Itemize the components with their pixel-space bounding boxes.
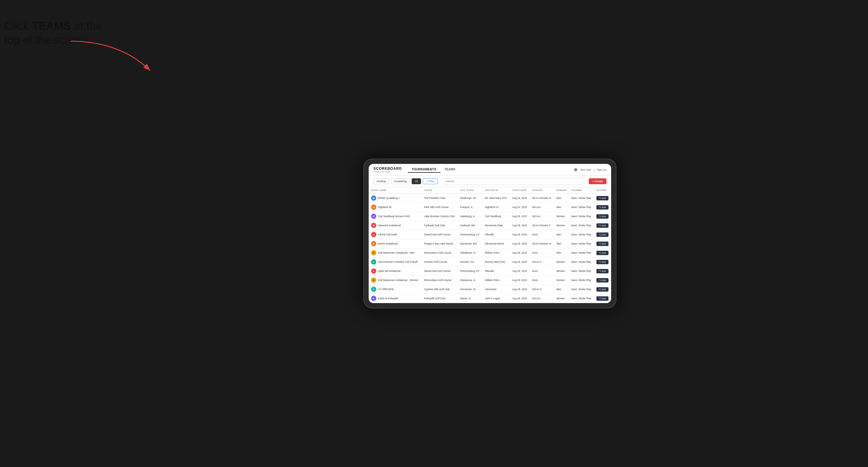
event-name: Klash at Kokopelli [378, 297, 398, 300]
division-cell: NAIA [530, 276, 554, 285]
edit-button[interactable]: ✎ Edit [596, 205, 609, 210]
division-cell: NAIA [530, 267, 554, 276]
hosted-by-cell: Pikeville [483, 230, 510, 239]
venue-cell: The Powelton Club [422, 194, 458, 203]
scoring-cell: team, Stroke Play [569, 203, 594, 212]
edit-button[interactable]: ✎ Edit [596, 196, 609, 200]
team-logo: F [371, 278, 376, 283]
header-right: Test User | Sign out [574, 168, 607, 172]
scoring-cell: team, Stroke Play [569, 239, 594, 248]
hosted-by-cell: John A Logan [483, 294, 510, 303]
division-cell: NCAA Division II [530, 221, 554, 230]
team-logo: u [371, 268, 376, 274]
actions-cell: ✎ Edit [594, 239, 611, 248]
main-nav: TOURNAMENTS TEAMS [408, 166, 574, 173]
col-venue: VENUE [422, 187, 458, 194]
actions-cell: ✎ Edit [594, 221, 611, 230]
edit-button[interactable]: ✎ Edit [596, 214, 609, 219]
edit-button[interactable]: ✎ Edit [596, 242, 609, 246]
event-name-cell: K Klash at Kokopelli [369, 294, 422, 303]
start-date-cell: Aug 28, 2023 [510, 276, 530, 285]
instruction-text: Click TEAMS at thetop of the screen. [4, 19, 102, 47]
event-name-cell: M Morris Invitational [369, 239, 422, 248]
hosted-by-cell: Carl Sandburg [483, 212, 510, 221]
edit-button[interactable]: ✎ Edit [596, 278, 609, 282]
team-logo: M [371, 241, 376, 246]
scoring-cell: team, Stroke Play [569, 257, 594, 267]
venue-cell: StoneCrest Golf Course [422, 267, 458, 276]
table-row: F Fall Statesmen Invitational - Men Edmu… [369, 248, 611, 257]
event-name-cell: V VU PREVIEW [369, 285, 422, 294]
team-logo: C [371, 214, 376, 219]
city-state-cell: Newburgh, NY [458, 194, 483, 203]
start-date-cell: Aug 28, 2023 [510, 221, 530, 230]
venue-cell: Faribault Golf Club [422, 221, 458, 230]
nav-tab-tournaments[interactable]: TOURNAMENTS [408, 166, 440, 173]
edit-button[interactable]: ✎ Edit [596, 232, 609, 237]
venue-cell: Lake Bracken Country Club [422, 212, 458, 221]
nav-tab-teams[interactable]: TEAMS [440, 166, 460, 173]
actions-cell: ✎ Edit [594, 257, 611, 267]
start-date-cell: Aug 28, 2023 [510, 239, 530, 248]
gender-cell: Men [554, 239, 569, 248]
scoring-cell: team, Stroke Play [569, 285, 594, 294]
col-division: DIVISION [530, 187, 554, 194]
gender-cell: Women [554, 257, 569, 267]
competing-filter-btn[interactable]: Competing [391, 178, 410, 184]
event-name-cell: 2 2023 Women's Hesston Fall Kickoff [369, 257, 422, 267]
event-name-cell: F Fall Statesmen Invitational - Men [369, 248, 422, 257]
team-logo: U [371, 232, 376, 237]
start-date-cell: Aug 28, 2023 [510, 248, 530, 257]
team-logo: V [371, 287, 376, 292]
hosted-by-cell: Minnesota-Morris [483, 239, 510, 248]
scoring-cell: team, Stroke Play [569, 267, 594, 276]
city-state-cell: Freeport, IL [458, 203, 483, 212]
edit-button[interactable]: ✎ Edit [596, 260, 609, 264]
edit-button[interactable]: ✎ Edit [596, 269, 609, 273]
sign-out-link[interactable]: Sign out [597, 168, 607, 171]
venue-cell: Ruttger's Bay Lake Resort [422, 239, 458, 248]
table-row: F Fall Statesmen Invitational - Women Ed… [369, 276, 611, 285]
col-scoring: SCORING [569, 187, 594, 194]
app-header: SCOREBOARD Powered by clippit TOURNAMENT… [369, 164, 611, 176]
table-row: H Highland 36 Park Hills Golf CourseFree… [369, 203, 611, 212]
scoring-cell: team, Stroke Play [569, 194, 594, 203]
event-name-cell: u upike fall invitational [369, 267, 422, 276]
table-header: EVENT NAME VENUE CITY, STATE HOSTED BY S… [369, 187, 611, 194]
app-logo-sub: Powered by clippit [373, 171, 402, 173]
event-name: upike fall invitational [378, 270, 400, 273]
header-separator: | [594, 168, 594, 171]
team-logo: M [371, 223, 376, 228]
search-input[interactable] [442, 178, 584, 185]
create-button[interactable]: + Create [589, 178, 607, 184]
col-city-state: CITY, STATE [458, 187, 483, 194]
filter-options-btn[interactable]: ≡ Filter [423, 178, 437, 184]
edit-button[interactable]: ✎ Edit [596, 296, 609, 301]
edit-button[interactable]: ✎ Edit [596, 223, 609, 228]
venue-cell: Park Hills Golf Course [422, 203, 458, 212]
edit-button[interactable]: ✎ Edit [596, 251, 609, 255]
division-cell: NICAA II [530, 285, 554, 294]
table-row: K Klash at Kokopelli Kokopelli Golf Club… [369, 294, 611, 303]
hosting-filter-btn[interactable]: Hosting [373, 178, 389, 184]
scoring-cell: team, Stroke Play [569, 212, 594, 221]
col-start-date: START DATE [510, 187, 530, 194]
edit-button[interactable]: ✎ Edit [596, 287, 609, 291]
venue-cell: StoneCrest Golf Course [422, 230, 458, 239]
city-state-cell: Prestonsburg, KY [458, 267, 483, 276]
table-row: u upike fall invitational StoneCrest Gol… [369, 267, 611, 276]
gender-cell: Men [554, 203, 569, 212]
city-state-cell: Galesburg, IL [458, 212, 483, 221]
division-cell: NICAA I [530, 203, 554, 212]
event-name-cell: U UPIKE Fall Invite [369, 230, 422, 239]
table-row: C Carl Sandburg Women FA23 Lake Bracken … [369, 212, 611, 221]
city-state-cell: Marion, IL [458, 294, 483, 303]
logo-area: SCOREBOARD Powered by clippit [373, 166, 402, 173]
start-date-cell: Aug 26, 2023 [510, 212, 530, 221]
settings-icon[interactable] [574, 168, 578, 172]
division-cell: NICAA I [530, 212, 554, 221]
all-filter-btn[interactable]: All [412, 178, 421, 184]
event-name: UPIKE Fall Invite [378, 233, 397, 236]
col-actions: ACTIONS [594, 187, 611, 194]
hosted-by-cell: Pikeville [483, 267, 510, 276]
